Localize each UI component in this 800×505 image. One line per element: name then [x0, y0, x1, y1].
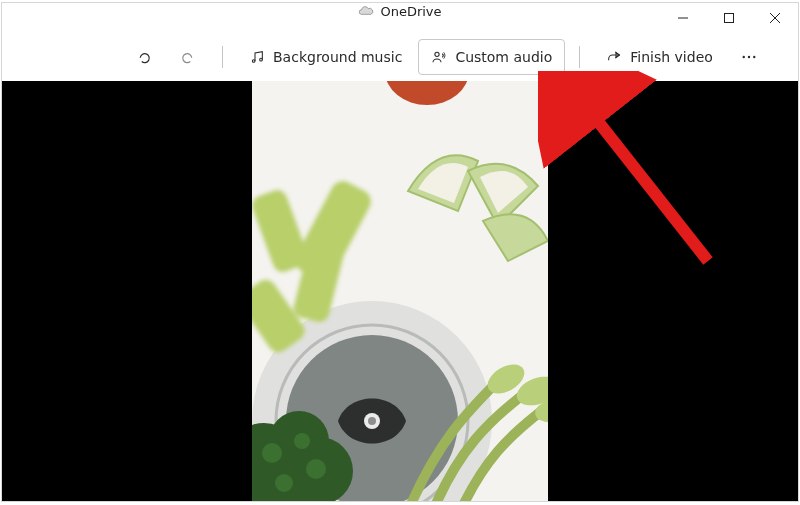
apple-slices [388, 131, 548, 291]
title-center: OneDrive [358, 3, 441, 19]
minimize-button[interactable] [660, 3, 706, 33]
redo-button[interactable] [168, 39, 208, 75]
share-icon [606, 49, 622, 65]
music-icon [249, 49, 265, 65]
person-audio-icon [431, 49, 447, 65]
svg-rect-1 [725, 14, 734, 23]
svg-point-6 [435, 52, 439, 56]
close-button[interactable] [752, 3, 798, 33]
window-frame: OneDrive [1, 2, 799, 502]
button-label: Finish video [630, 49, 713, 65]
button-label: Custom audio [455, 49, 552, 65]
more-button[interactable] [729, 39, 769, 75]
broccoli [252, 371, 384, 501]
svg-point-8 [748, 56, 750, 58]
celery-stalks [388, 351, 548, 501]
svg-point-19 [385, 81, 469, 105]
video-canvas [2, 81, 798, 501]
svg-point-24 [262, 443, 282, 463]
background-music-button[interactable]: Background music [237, 39, 414, 75]
custom-audio-button[interactable]: Custom audio [418, 39, 565, 75]
svg-rect-18 [291, 177, 375, 285]
button-label: Background music [273, 49, 402, 65]
svg-point-27 [275, 474, 293, 492]
onedrive-icon [358, 3, 374, 19]
svg-point-26 [306, 459, 326, 479]
maximize-button[interactable] [706, 3, 752, 33]
title-bar: OneDrive [2, 3, 798, 33]
svg-point-5 [260, 58, 263, 61]
svg-point-4 [252, 60, 255, 63]
toolbar: Background music Custom audio [2, 33, 798, 81]
svg-point-25 [294, 433, 310, 449]
divider [222, 46, 223, 68]
svg-point-7 [742, 56, 744, 58]
window-title: OneDrive [380, 4, 441, 19]
svg-point-9 [753, 56, 755, 58]
finish-video-button[interactable]: Finish video [594, 39, 725, 75]
divider [579, 46, 580, 68]
video-frame [252, 81, 548, 501]
undo-button[interactable] [124, 39, 164, 75]
tomato-top [382, 81, 472, 121]
annotation-arrow [538, 71, 738, 291]
